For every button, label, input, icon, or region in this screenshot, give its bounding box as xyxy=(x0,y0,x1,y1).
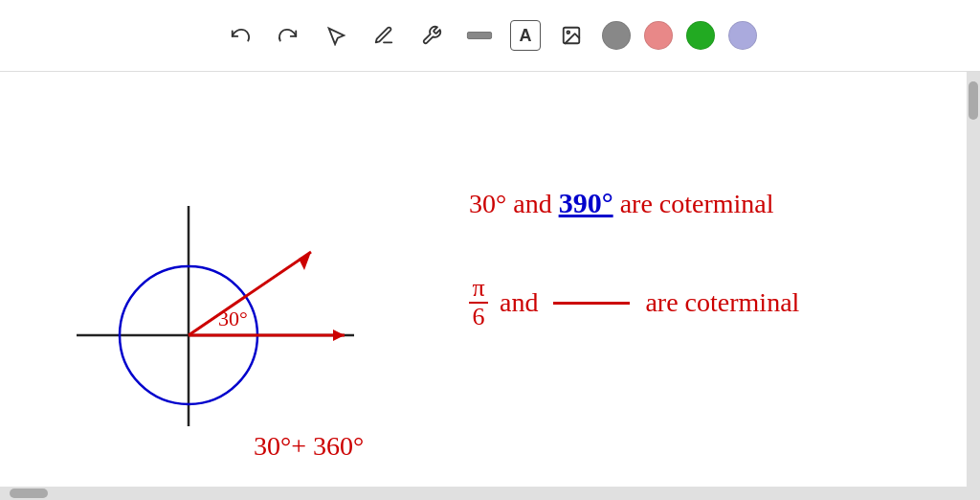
main-container: A xyxy=(0,0,980,500)
svg-point-2 xyxy=(567,31,569,34)
svg-line-6 xyxy=(189,252,311,335)
redo-button[interactable] xyxy=(271,18,305,53)
svg-marker-9 xyxy=(333,330,345,341)
scrollbar-thumb-bottom[interactable] xyxy=(10,489,48,498)
svg-text:30°: 30° xyxy=(218,307,248,330)
scrollbar-bottom[interactable] xyxy=(0,487,980,500)
undo-button[interactable] xyxy=(223,18,257,53)
whiteboard[interactable]: 30° 30° and 390° are coterminal π 6 and xyxy=(0,72,967,487)
pencil-button[interactable] xyxy=(367,18,401,53)
text-icon: A xyxy=(520,26,532,46)
tools-button[interactable] xyxy=(414,18,449,53)
select-tool-button[interactable] xyxy=(319,18,353,53)
canvas-area: 30° 30° and 390° are coterminal π 6 and xyxy=(0,72,980,487)
scrollbar-right[interactable] xyxy=(967,72,980,487)
scrollbar-thumb-right[interactable] xyxy=(969,81,978,120)
highlighter-button[interactable] xyxy=(462,18,497,53)
color-gray[interactable] xyxy=(602,21,631,50)
toolbar: A xyxy=(0,0,980,72)
image-button[interactable] xyxy=(554,18,589,53)
svg-rect-0 xyxy=(467,33,491,39)
color-pink[interactable] xyxy=(644,21,673,50)
color-green[interactable] xyxy=(686,21,715,50)
color-lavender[interactable] xyxy=(728,21,757,50)
drawing-layer: 30° xyxy=(0,72,967,487)
text-button[interactable]: A xyxy=(510,20,541,51)
